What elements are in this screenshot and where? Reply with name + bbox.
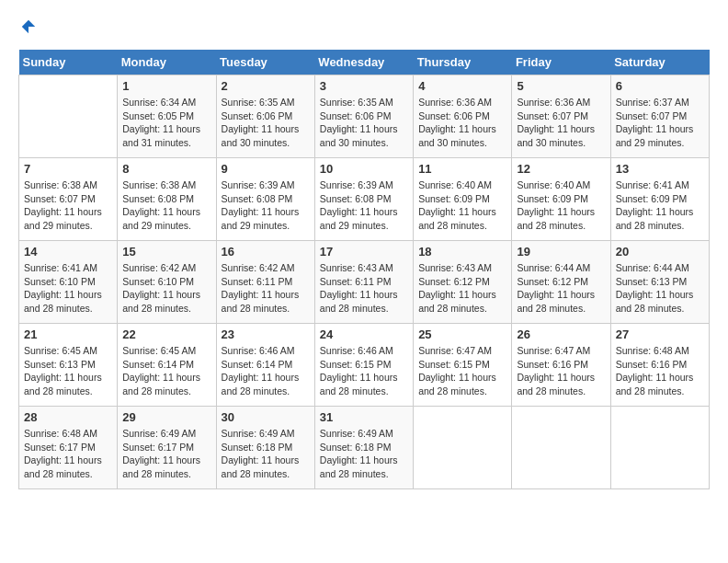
- day-info: Sunrise: 6:36 AMSunset: 6:06 PMDaylight:…: [418, 96, 506, 150]
- day-number: 31: [320, 410, 408, 424]
- day-number: 7: [24, 162, 112, 176]
- calendar-week-row: 14Sunrise: 6:41 AMSunset: 6:10 PMDayligh…: [19, 241, 710, 324]
- calendar-week-row: 7Sunrise: 6:38 AMSunset: 6:07 PMDaylight…: [19, 158, 710, 241]
- page-header: [18, 18, 710, 35]
- day-number: 10: [320, 162, 408, 176]
- day-number: 9: [222, 162, 310, 176]
- calendar-cell: 9Sunrise: 6:39 AMSunset: 6:08 PMDaylight…: [216, 158, 314, 241]
- calendar-cell: [610, 407, 709, 489]
- calendar-cell: 31Sunrise: 6:49 AMSunset: 6:18 PMDayligh…: [314, 407, 413, 489]
- day-number: 30: [222, 410, 310, 424]
- day-number: 15: [122, 245, 210, 259]
- calendar-cell: [414, 407, 512, 489]
- logo: [18, 18, 39, 35]
- calendar-cell: 17Sunrise: 6:43 AMSunset: 6:11 PMDayligh…: [314, 241, 413, 324]
- weekday-header: Thursday: [414, 50, 512, 75]
- day-info: Sunrise: 6:37 AMSunset: 6:07 PMDaylight:…: [616, 96, 704, 150]
- day-number: 26: [517, 327, 605, 341]
- calendar-cell: 28Sunrise: 6:48 AMSunset: 6:17 PMDayligh…: [19, 407, 118, 489]
- day-number: 24: [320, 327, 408, 341]
- day-info: Sunrise: 6:41 AMSunset: 6:09 PMDaylight:…: [616, 178, 704, 233]
- calendar-cell: 22Sunrise: 6:45 AMSunset: 6:14 PMDayligh…: [118, 324, 216, 407]
- day-info: Sunrise: 6:46 AMSunset: 6:14 PMDaylight:…: [222, 344, 310, 398]
- day-number: 20: [616, 245, 704, 259]
- day-number: 28: [24, 410, 112, 424]
- day-info: Sunrise: 6:36 AMSunset: 6:07 PMDaylight:…: [517, 96, 605, 150]
- day-number: 4: [418, 79, 506, 93]
- day-info: Sunrise: 6:49 AMSunset: 6:18 PMDaylight:…: [222, 427, 310, 481]
- day-number: 8: [122, 162, 210, 176]
- calendar-cell: 10Sunrise: 6:39 AMSunset: 6:08 PMDayligh…: [314, 158, 413, 241]
- calendar-cell: 2Sunrise: 6:35 AMSunset: 6:06 PMDaylight…: [216, 75, 314, 158]
- calendar-cell: 3Sunrise: 6:35 AMSunset: 6:06 PMDaylight…: [314, 75, 413, 158]
- day-number: 13: [616, 162, 704, 176]
- day-info: Sunrise: 6:49 AMSunset: 6:17 PMDaylight:…: [122, 427, 210, 481]
- calendar-cell: [512, 407, 610, 489]
- day-info: Sunrise: 6:42 AMSunset: 6:11 PMDaylight:…: [222, 261, 310, 316]
- day-info: Sunrise: 6:43 AMSunset: 6:12 PMDaylight:…: [418, 261, 506, 316]
- day-info: Sunrise: 6:41 AMSunset: 6:10 PMDaylight:…: [24, 261, 112, 316]
- calendar-cell: 11Sunrise: 6:40 AMSunset: 6:09 PMDayligh…: [414, 158, 512, 241]
- day-number: 11: [418, 162, 506, 176]
- calendar-cell: 7Sunrise: 6:38 AMSunset: 6:07 PMDaylight…: [19, 158, 118, 241]
- weekday-header: Sunday: [19, 50, 118, 75]
- day-number: 17: [320, 245, 408, 259]
- calendar-cell: 24Sunrise: 6:46 AMSunset: 6:15 PMDayligh…: [314, 324, 413, 407]
- day-info: Sunrise: 6:34 AMSunset: 6:05 PMDaylight:…: [122, 96, 210, 150]
- calendar-cell: 27Sunrise: 6:48 AMSunset: 6:16 PMDayligh…: [610, 324, 709, 407]
- day-info: Sunrise: 6:38 AMSunset: 6:08 PMDaylight:…: [122, 178, 210, 233]
- weekday-header: Tuesday: [216, 50, 314, 75]
- day-info: Sunrise: 6:35 AMSunset: 6:06 PMDaylight:…: [320, 96, 408, 150]
- svg-marker-0: [22, 20, 35, 33]
- calendar-cell: 26Sunrise: 6:47 AMSunset: 6:16 PMDayligh…: [512, 324, 610, 407]
- calendar-cell: 6Sunrise: 6:37 AMSunset: 6:07 PMDaylight…: [610, 75, 709, 158]
- day-info: Sunrise: 6:44 AMSunset: 6:12 PMDaylight:…: [517, 261, 605, 316]
- day-info: Sunrise: 6:47 AMSunset: 6:16 PMDaylight:…: [517, 344, 605, 398]
- day-info: Sunrise: 6:39 AMSunset: 6:08 PMDaylight:…: [222, 178, 310, 233]
- calendar-cell: 14Sunrise: 6:41 AMSunset: 6:10 PMDayligh…: [19, 241, 118, 324]
- day-number: 22: [122, 327, 210, 341]
- day-info: Sunrise: 6:40 AMSunset: 6:09 PMDaylight:…: [517, 178, 605, 233]
- calendar-cell: 29Sunrise: 6:49 AMSunset: 6:17 PMDayligh…: [118, 407, 216, 489]
- day-number: 29: [122, 410, 210, 424]
- day-number: 23: [222, 327, 310, 341]
- calendar-cell: 16Sunrise: 6:42 AMSunset: 6:11 PMDayligh…: [216, 241, 314, 324]
- day-info: Sunrise: 6:38 AMSunset: 6:07 PMDaylight:…: [24, 178, 112, 233]
- calendar-cell: 13Sunrise: 6:41 AMSunset: 6:09 PMDayligh…: [610, 158, 709, 241]
- day-number: 25: [418, 327, 506, 341]
- day-info: Sunrise: 6:43 AMSunset: 6:11 PMDaylight:…: [320, 261, 408, 316]
- calendar-cell: 18Sunrise: 6:43 AMSunset: 6:12 PMDayligh…: [414, 241, 512, 324]
- calendar-cell: 23Sunrise: 6:46 AMSunset: 6:14 PMDayligh…: [216, 324, 314, 407]
- calendar-cell: 21Sunrise: 6:45 AMSunset: 6:13 PMDayligh…: [19, 324, 118, 407]
- calendar-week-row: 28Sunrise: 6:48 AMSunset: 6:17 PMDayligh…: [19, 407, 710, 489]
- day-info: Sunrise: 6:45 AMSunset: 6:13 PMDaylight:…: [24, 344, 112, 398]
- day-number: 12: [517, 162, 605, 176]
- day-number: 18: [418, 245, 506, 259]
- weekday-header-row: SundayMondayTuesdayWednesdayThursdayFrid…: [19, 50, 710, 75]
- calendar-week-row: 21Sunrise: 6:45 AMSunset: 6:13 PMDayligh…: [19, 324, 710, 407]
- day-number: 1: [122, 79, 210, 93]
- calendar-cell: [19, 75, 118, 158]
- day-info: Sunrise: 6:35 AMSunset: 6:06 PMDaylight:…: [222, 96, 310, 150]
- calendar-cell: 20Sunrise: 6:44 AMSunset: 6:13 PMDayligh…: [610, 241, 709, 324]
- day-info: Sunrise: 6:48 AMSunset: 6:16 PMDaylight:…: [616, 344, 704, 398]
- day-number: 16: [222, 245, 310, 259]
- calendar-cell: 25Sunrise: 6:47 AMSunset: 6:15 PMDayligh…: [414, 324, 512, 407]
- day-number: 5: [517, 79, 605, 93]
- day-info: Sunrise: 6:44 AMSunset: 6:13 PMDaylight:…: [616, 261, 704, 316]
- day-number: 14: [24, 245, 112, 259]
- weekday-header: Wednesday: [314, 50, 413, 75]
- day-info: Sunrise: 6:47 AMSunset: 6:15 PMDaylight:…: [418, 344, 506, 398]
- day-info: Sunrise: 6:42 AMSunset: 6:10 PMDaylight:…: [122, 261, 210, 316]
- calendar-table: SundayMondayTuesdayWednesdayThursdayFrid…: [18, 50, 710, 489]
- calendar-cell: 4Sunrise: 6:36 AMSunset: 6:06 PMDaylight…: [414, 75, 512, 158]
- day-info: Sunrise: 6:40 AMSunset: 6:09 PMDaylight:…: [418, 178, 506, 233]
- calendar-cell: 15Sunrise: 6:42 AMSunset: 6:10 PMDayligh…: [118, 241, 216, 324]
- day-number: 21: [24, 327, 112, 341]
- day-info: Sunrise: 6:45 AMSunset: 6:14 PMDaylight:…: [122, 344, 210, 398]
- weekday-header: Saturday: [610, 50, 709, 75]
- logo-icon: [20, 18, 37, 35]
- day-info: Sunrise: 6:46 AMSunset: 6:15 PMDaylight:…: [320, 344, 408, 398]
- calendar-cell: 1Sunrise: 6:34 AMSunset: 6:05 PMDaylight…: [118, 75, 216, 158]
- day-number: 19: [517, 245, 605, 259]
